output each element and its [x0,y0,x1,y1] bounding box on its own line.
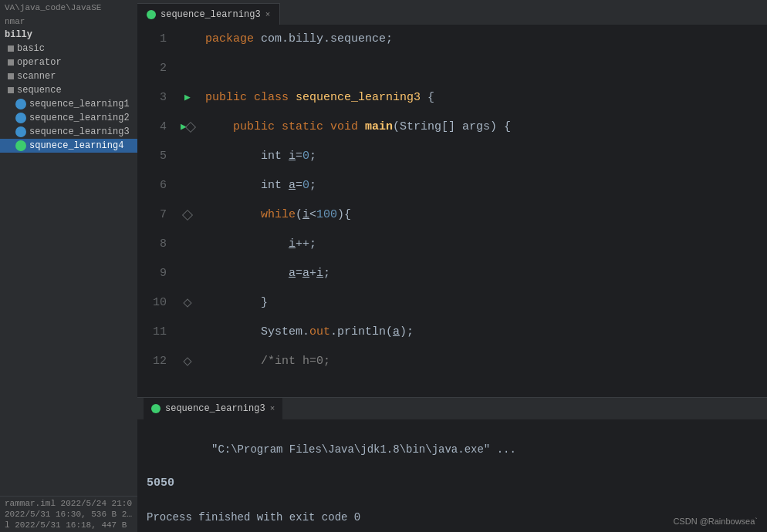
sidebar-item-sl3[interactable]: sequence_learning3 [0,125,137,139]
sidebar-path: VA\java_code\JavaSE [0,0,137,14]
token-7-2: ( [296,200,302,230]
token-4-5: (String[] args) { [393,113,511,142]
class-icon-sl2 [15,113,26,123]
sidebar-item-operator[interactable]: operator [0,56,137,69]
terminal: sequence_learning3 × "C:\Program Files\J… [137,397,767,532]
line-num-3: 3 [137,83,167,113]
token-1-1: package [205,25,261,54]
gutter-8 [176,230,199,259]
token-5-2: i [289,142,296,171]
line-num-8: 8 [137,230,167,259]
sidebar-item-sl4[interactable]: squnece_learning4 [0,139,137,153]
token-4-4: main [365,113,393,142]
code-line-10: } [205,288,767,318]
code-line-5: int i=0; [205,142,767,171]
token-5-3: = [296,142,302,171]
gutter-10 [176,288,199,318]
gutter-3: ▶ [176,83,199,113]
sidebar-item-sl2[interactable]: sequence_learning2 [0,111,137,125]
terminal-tab[interactable]: sequence_learning3 × [144,398,282,419]
code-line-9: a=a+i; [205,259,767,288]
gutter-4: ▶ [176,113,199,142]
sidebar-info-2: 2022/5/31 16:30, 536 B 202 [5,509,133,520]
gutter-9 [176,259,199,288]
sidebar-info-3: l 2022/5/31 16:18, 447 B [5,520,133,530]
breakpoint-12[interactable] [183,357,191,365]
gutter: ▶ ▶ [176,25,199,397]
terminal-output: 5050 [147,475,758,492]
gutter-5 [176,142,199,171]
code-line-2 [205,54,767,83]
watermark: CSDN @Rainbowsea` [673,517,758,526]
line-num-10: 10 [137,288,167,318]
breakpoint-10[interactable] [183,298,191,307]
class-icon-sl1 [15,99,26,109]
token-7-6: ){ [337,200,351,230]
breakpoint-7[interactable] [182,210,193,221]
line-num-12: 12 [137,347,167,376]
terminal-tab-bar: sequence_learning3 × [137,398,767,419]
main-area: VA\java_code\JavaSE nmar billy basic ope… [0,0,767,532]
sidebar: VA\java_code\JavaSE nmar billy basic ope… [0,0,137,532]
token-4-2: static [282,113,330,142]
line-numbers: 1 2 3 4 5 6 7 8 9 10 11 12 [137,25,176,397]
tab-close-button[interactable]: × [265,10,271,19]
run-arrow-3[interactable]: ▶ [184,83,191,113]
sidebar-item-sl1[interactable]: sequence_learning1 [0,97,137,111]
line-num-6: 6 [137,171,167,200]
token-9-5: + [309,259,316,288]
token-7-3: i [302,200,309,230]
sidebar-item-basic[interactable]: basic [0,42,137,56]
code-line-6: int a=0; [205,171,767,200]
token-6-5: ; [309,171,316,200]
line-num-7: 7 [137,200,167,230]
folder-dot-sequence [8,87,14,93]
token-4-3: void [330,113,365,142]
token-11-5: ); [400,318,414,347]
folder-dot-basic [8,45,14,52]
sidebar-item-scanner[interactable]: scanner [0,69,137,83]
editor-area: sequence_learning3 × 1 2 3 4 5 6 7 8 9 1… [137,0,767,532]
terminal-finish: Process finished with exit code 0 [147,509,758,526]
token-9-6: i [316,259,323,288]
code-line-11: System.out.println(a); [205,318,767,347]
sidebar-grammar: nmar [0,14,137,28]
code-line-8: i++; [205,230,767,259]
token-6-1: int [205,171,289,200]
line-num-1: 1 [137,25,167,54]
line-num-5: 5 [137,142,167,171]
token-8-2: i [289,230,296,259]
token-7-5: 100 [316,200,337,230]
line-num-9: 9 [137,259,167,288]
terminal-tab-close[interactable]: × [270,404,275,413]
gutter-7 [176,200,199,230]
code-lines: package com.billy.sequence; public class… [199,25,767,397]
editor-tab[interactable]: sequence_learning3 × [137,3,280,25]
token-3-4: { [427,83,434,113]
token-7-4: < [309,200,316,230]
class-icon-sl4 [15,140,26,151]
token-6-3: = [296,171,302,200]
token-1-2: com.billy.sequence; [261,25,393,54]
token-8-3: ++; [296,230,316,259]
terminal-cmd-line: "C:\Program Files\Java\jdk1.8\bin\java.e… [147,424,758,475]
sidebar-item-sequence[interactable]: sequence [0,83,137,97]
gutter-12 [176,347,199,376]
token-5-4: 0 [302,142,309,171]
code-line-1: package com.billy.sequence; [205,25,767,54]
token-6-2: a [289,171,296,200]
folder-dot-operator [8,59,14,66]
gutter-6 [176,171,199,200]
terminal-spacer [147,492,758,509]
token-9-1 [205,259,289,288]
terminal-content: "C:\Program Files\Java\jdk1.8\bin\java.e… [137,419,767,532]
sidebar-info-1: rammar.iml 2022/5/24 21:0 [5,498,133,509]
class-icon-sl3 [15,126,26,137]
code-line-7: while(i<100){ [205,200,767,230]
gutter-1 [176,25,199,54]
token-11-3: .println( [330,318,393,347]
token-12-1: /*int h=0; [205,347,330,376]
code-editor: 1 2 3 4 5 6 7 8 9 10 11 12 ▶ ▶ [137,25,767,397]
line-num-11: 11 [137,318,167,347]
token-9-2: a [289,259,296,288]
